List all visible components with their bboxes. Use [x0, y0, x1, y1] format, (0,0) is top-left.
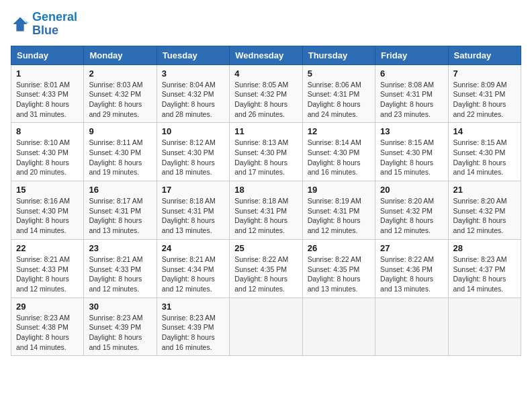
calendar-cell: 6 Sunrise: 8:08 AMSunset: 4:31 PMDayligh… [375, 64, 448, 123]
calendar-cell: 5 Sunrise: 8:06 AMSunset: 4:31 PMDayligh… [302, 64, 375, 123]
calendar-cell: 17 Sunrise: 8:18 AMSunset: 4:31 PMDaylig… [157, 181, 229, 240]
calendar-week-4: 22 Sunrise: 8:21 AMSunset: 4:33 PMDaylig… [11, 239, 521, 298]
calendar-cell: 21 Sunrise: 8:20 AMSunset: 4:32 PMDaylig… [448, 181, 521, 240]
day-info: Sunrise: 8:22 AMSunset: 4:36 PMDaylight:… [380, 255, 434, 293]
calendar-week-2: 8 Sunrise: 8:10 AMSunset: 4:30 PMDayligh… [11, 123, 521, 181]
calendar-header-row: SundayMondayTuesdayWednesdayThursdayFrid… [11, 46, 521, 64]
day-info: Sunrise: 8:09 AMSunset: 4:31 PMDaylight:… [453, 81, 507, 118]
day-number: 20 [380, 185, 443, 195]
day-info: Sunrise: 8:17 AMSunset: 4:31 PMDaylight:… [89, 197, 142, 234]
calendar-cell: 1 Sunrise: 8:01 AMSunset: 4:33 PMDayligh… [11, 64, 84, 123]
day-header-saturday: Saturday [448, 46, 521, 64]
calendar-cell: 15 Sunrise: 8:16 AMSunset: 4:30 PMDaylig… [11, 181, 84, 240]
calendar-week-1: 1 Sunrise: 8:01 AMSunset: 4:33 PMDayligh… [11, 64, 521, 123]
day-info: Sunrise: 8:21 AMSunset: 4:34 PMDaylight:… [162, 255, 216, 293]
svg-marker-0 [13, 17, 28, 31]
day-info: Sunrise: 8:03 AMSunset: 4:32 PMDaylight:… [89, 81, 142, 118]
day-info: Sunrise: 8:15 AMSunset: 4:30 PMDaylight:… [453, 138, 507, 176]
day-number: 25 [234, 243, 297, 253]
logo-text: General Blue [32, 11, 77, 38]
day-number: 13 [380, 126, 443, 136]
day-info: Sunrise: 8:22 AMSunset: 4:35 PMDaylight:… [308, 255, 361, 293]
day-number: 6 [380, 68, 443, 79]
day-info: Sunrise: 8:06 AMSunset: 4:31 PMDaylight:… [308, 81, 361, 118]
calendar-cell: 2 Sunrise: 8:03 AMSunset: 4:32 PMDayligh… [84, 64, 157, 123]
calendar-cell: 31 Sunrise: 8:23 AMSunset: 4:39 PMDaylig… [157, 298, 229, 356]
day-number: 9 [89, 126, 151, 136]
day-info: Sunrise: 8:13 AMSunset: 4:30 PMDaylight:… [234, 138, 288, 176]
calendar-table: SundayMondayTuesdayWednesdayThursdayFrid… [11, 46, 521, 357]
day-number: 19 [308, 185, 370, 195]
calendar-cell: 28 Sunrise: 8:23 AMSunset: 4:37 PMDaylig… [448, 239, 521, 298]
day-info: Sunrise: 8:10 AMSunset: 4:30 PMDaylight:… [16, 138, 70, 176]
day-info: Sunrise: 8:21 AMSunset: 4:33 PMDaylight:… [89, 255, 142, 293]
day-number: 7 [453, 68, 516, 79]
day-info: Sunrise: 8:01 AMSunset: 4:33 PMDaylight:… [16, 81, 70, 118]
day-info: Sunrise: 8:19 AMSunset: 4:31 PMDaylight:… [308, 197, 361, 234]
day-number: 14 [453, 126, 516, 136]
calendar-cell [230, 298, 302, 356]
calendar-cell: 22 Sunrise: 8:21 AMSunset: 4:33 PMDaylig… [11, 239, 84, 298]
day-number: 2 [89, 68, 151, 79]
calendar-week-3: 15 Sunrise: 8:16 AMSunset: 4:30 PMDaylig… [11, 181, 521, 240]
day-header-wednesday: Wednesday [230, 46, 302, 64]
calendar-cell: 8 Sunrise: 8:10 AMSunset: 4:30 PMDayligh… [11, 123, 84, 181]
day-info: Sunrise: 8:23 AMSunset: 4:38 PMDaylight:… [16, 314, 70, 351]
day-number: 1 [16, 68, 79, 79]
day-info: Sunrise: 8:14 AMSunset: 4:30 PMDaylight:… [308, 138, 361, 176]
day-header-sunday: Sunday [11, 46, 84, 64]
page-header: General Blue [11, 11, 521, 38]
day-number: 27 [380, 243, 443, 253]
day-info: Sunrise: 8:11 AMSunset: 4:30 PMDaylight:… [89, 138, 142, 176]
day-info: Sunrise: 8:23 AMSunset: 4:39 PMDaylight:… [89, 314, 142, 351]
day-number: 4 [234, 68, 297, 79]
day-info: Sunrise: 8:04 AMSunset: 4:32 PMDaylight:… [162, 81, 216, 118]
calendar-cell [448, 298, 521, 356]
calendar-cell [375, 298, 448, 356]
day-number: 28 [453, 243, 516, 253]
day-header-monday: Monday [84, 46, 157, 64]
calendar-cell: 24 Sunrise: 8:21 AMSunset: 4:34 PMDaylig… [157, 239, 229, 298]
day-number: 29 [16, 302, 79, 312]
day-info: Sunrise: 8:05 AMSunset: 4:32 PMDaylight:… [234, 81, 288, 118]
calendar-cell: 7 Sunrise: 8:09 AMSunset: 4:31 PMDayligh… [448, 64, 521, 123]
day-number: 21 [453, 185, 516, 195]
calendar-cell: 29 Sunrise: 8:23 AMSunset: 4:38 PMDaylig… [11, 298, 84, 356]
day-number: 26 [308, 243, 370, 253]
calendar-cell: 10 Sunrise: 8:12 AMSunset: 4:30 PMDaylig… [157, 123, 229, 181]
day-number: 17 [162, 185, 224, 195]
calendar-cell: 18 Sunrise: 8:18 AMSunset: 4:31 PMDaylig… [230, 181, 302, 240]
calendar-cell: 26 Sunrise: 8:22 AMSunset: 4:35 PMDaylig… [302, 239, 375, 298]
day-info: Sunrise: 8:15 AMSunset: 4:30 PMDaylight:… [380, 138, 434, 176]
day-number: 8 [16, 126, 79, 136]
calendar-cell: 25 Sunrise: 8:22 AMSunset: 4:35 PMDaylig… [230, 239, 302, 298]
logo-icon [11, 15, 30, 34]
calendar-cell: 13 Sunrise: 8:15 AMSunset: 4:30 PMDaylig… [375, 123, 448, 181]
day-info: Sunrise: 8:08 AMSunset: 4:31 PMDaylight:… [380, 81, 434, 118]
day-header-friday: Friday [375, 46, 448, 64]
day-number: 22 [16, 243, 79, 253]
day-info: Sunrise: 8:20 AMSunset: 4:32 PMDaylight:… [380, 197, 434, 234]
day-info: Sunrise: 8:23 AMSunset: 4:39 PMDaylight:… [162, 314, 216, 351]
day-number: 16 [89, 185, 151, 195]
day-header-thursday: Thursday [302, 46, 375, 64]
calendar-cell: 27 Sunrise: 8:22 AMSunset: 4:36 PMDaylig… [375, 239, 448, 298]
day-info: Sunrise: 8:23 AMSunset: 4:37 PMDaylight:… [453, 255, 507, 293]
calendar-cell: 12 Sunrise: 8:14 AMSunset: 4:30 PMDaylig… [302, 123, 375, 181]
day-number: 11 [234, 126, 297, 136]
calendar-cell [302, 298, 375, 356]
day-number: 10 [162, 126, 224, 136]
day-info: Sunrise: 8:20 AMSunset: 4:32 PMDaylight:… [453, 197, 507, 234]
day-info: Sunrise: 8:18 AMSunset: 4:31 PMDaylight:… [162, 197, 216, 234]
day-header-tuesday: Tuesday [157, 46, 229, 64]
day-number: 3 [162, 68, 224, 79]
calendar-cell: 9 Sunrise: 8:11 AMSunset: 4:30 PMDayligh… [84, 123, 157, 181]
day-info: Sunrise: 8:21 AMSunset: 4:33 PMDaylight:… [16, 255, 70, 293]
calendar-cell: 30 Sunrise: 8:23 AMSunset: 4:39 PMDaylig… [84, 298, 157, 356]
calendar-cell: 23 Sunrise: 8:21 AMSunset: 4:33 PMDaylig… [84, 239, 157, 298]
day-info: Sunrise: 8:18 AMSunset: 4:31 PMDaylight:… [234, 197, 288, 234]
day-info: Sunrise: 8:22 AMSunset: 4:35 PMDaylight:… [234, 255, 288, 293]
day-number: 12 [308, 126, 370, 136]
calendar-cell: 14 Sunrise: 8:15 AMSunset: 4:30 PMDaylig… [448, 123, 521, 181]
day-number: 18 [234, 185, 297, 195]
